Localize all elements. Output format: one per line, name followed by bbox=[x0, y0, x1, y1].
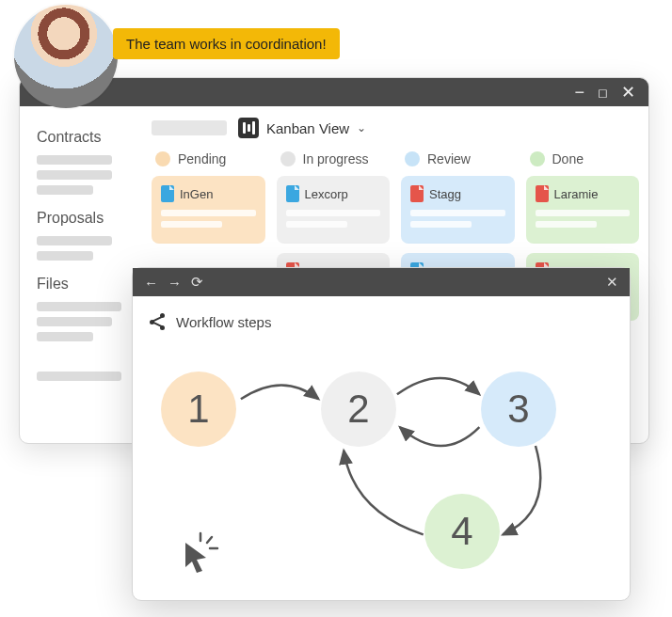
column-label: Review bbox=[427, 151, 471, 166]
workflow-title: Workflow steps bbox=[176, 314, 271, 330]
column-header: In progress bbox=[277, 151, 391, 166]
back-icon[interactable]: ← bbox=[144, 275, 158, 291]
card-line bbox=[286, 221, 347, 228]
sidebar-section-files[interactable]: Files bbox=[37, 276, 129, 293]
column-label: Pending bbox=[178, 151, 226, 166]
sidebar-item[interactable] bbox=[37, 302, 121, 311]
toolbar: Kanban View ⌄ bbox=[152, 118, 639, 138]
step-2[interactable]: 2 bbox=[321, 372, 396, 447]
step-1[interactable]: 1 bbox=[161, 372, 236, 447]
card-line bbox=[536, 221, 597, 228]
sidebar: Contracts Proposals Files bbox=[20, 106, 142, 443]
minimize-icon[interactable]: − bbox=[574, 84, 584, 101]
sidebar-section-contracts[interactable]: Contracts bbox=[37, 129, 129, 146]
kanban-icon bbox=[238, 118, 259, 138]
workflow-title-row: Workflow steps bbox=[150, 313, 613, 330]
toolbar-placeholder bbox=[152, 120, 227, 135]
sidebar-item[interactable] bbox=[37, 155, 112, 165]
card-lexcorp[interactable]: Lexcorp bbox=[277, 176, 391, 244]
chevron-down-icon: ⌄ bbox=[357, 121, 366, 134]
status-dot bbox=[405, 151, 420, 166]
card-laramie[interactable]: Laramie bbox=[526, 176, 640, 244]
reload-icon[interactable]: ⟳ bbox=[191, 274, 203, 291]
doc-icon bbox=[536, 185, 549, 202]
sidebar-item[interactable] bbox=[37, 236, 112, 245]
sidebar-item[interactable] bbox=[37, 185, 93, 195]
card-ingen[interactable]: InGen bbox=[152, 176, 265, 244]
card-stagg[interactable]: Stagg bbox=[401, 176, 515, 244]
sidebar-section-proposals[interactable]: Proposals bbox=[37, 210, 129, 227]
card-line bbox=[286, 210, 381, 216]
sidebar-item[interactable] bbox=[37, 317, 112, 326]
card-line bbox=[410, 210, 505, 216]
status-dot bbox=[155, 151, 170, 166]
sidebar-item[interactable] bbox=[37, 332, 93, 341]
column-header: Done bbox=[526, 151, 640, 166]
workflow-window: ← → ⟳ ✕ Workflow steps 1 2 3 4 bbox=[132, 267, 631, 601]
speech-bubble: The team works in coordination! bbox=[113, 28, 340, 59]
doc-icon bbox=[410, 185, 424, 202]
card-line bbox=[161, 221, 222, 228]
doc-icon bbox=[161, 185, 174, 202]
column-header: Pending bbox=[152, 151, 265, 166]
status-dot bbox=[530, 151, 545, 166]
forward-icon[interactable]: → bbox=[168, 275, 182, 291]
sidebar-item[interactable] bbox=[37, 170, 112, 180]
step-3[interactable]: 3 bbox=[481, 372, 556, 447]
column-label: In progress bbox=[303, 151, 369, 166]
column-label: Done bbox=[552, 151, 584, 166]
card-line bbox=[410, 221, 472, 228]
window-titlebar: − ◻ ✕ bbox=[20, 78, 648, 106]
card-line bbox=[161, 210, 256, 216]
column-header: Review bbox=[401, 151, 515, 166]
status-dot bbox=[280, 151, 296, 166]
close-icon[interactable]: ✕ bbox=[606, 274, 618, 291]
svg-line-1 bbox=[207, 537, 212, 543]
card-title: Lexcorp bbox=[305, 187, 348, 201]
maximize-icon[interactable]: ◻ bbox=[598, 87, 608, 99]
close-icon[interactable]: ✕ bbox=[621, 84, 635, 101]
doc-icon bbox=[286, 185, 299, 202]
card-title: InGen bbox=[180, 187, 213, 201]
overlay-body: Workflow steps 1 2 3 4 bbox=[133, 296, 630, 600]
avatar bbox=[14, 5, 118, 108]
card-line bbox=[536, 210, 631, 216]
card-title: Laramie bbox=[554, 187, 599, 201]
workflow-icon bbox=[150, 313, 167, 330]
overlay-titlebar: ← → ⟳ ✕ bbox=[133, 268, 630, 296]
cursor-icon bbox=[180, 531, 223, 575]
card-title: Stagg bbox=[429, 187, 461, 201]
view-selector[interactable]: Kanban View ⌄ bbox=[238, 118, 366, 138]
sidebar-item[interactable] bbox=[37, 251, 93, 261]
view-label: Kanban View bbox=[266, 120, 349, 136]
step-4[interactable]: 4 bbox=[424, 494, 500, 569]
sidebar-item[interactable] bbox=[37, 372, 121, 381]
